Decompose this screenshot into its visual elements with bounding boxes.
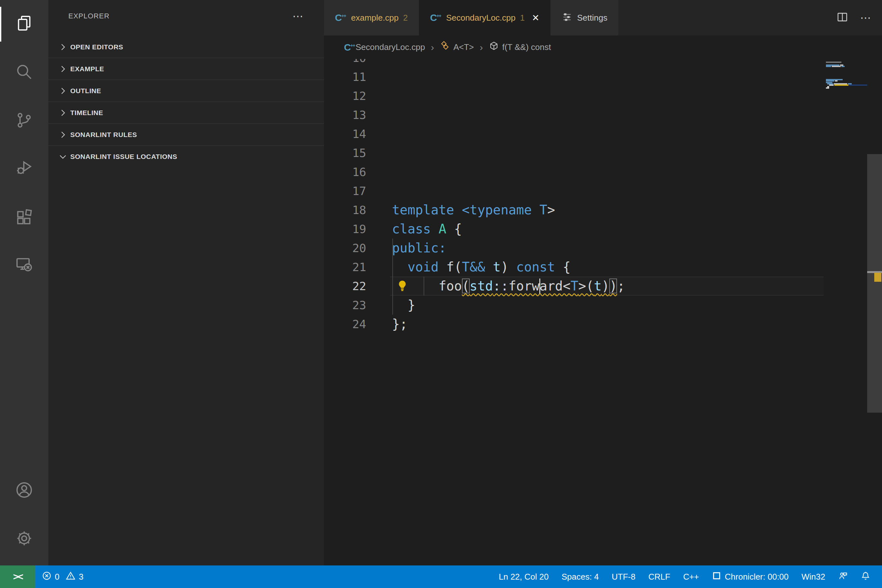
activity-item-source-control[interactable] — [0, 102, 48, 140]
line-number-24[interactable]: 24 — [324, 315, 366, 334]
status-item-cursor-position[interactable]: Ln 22, Col 20 — [492, 566, 555, 588]
lightbulb-icon[interactable] — [396, 279, 409, 293]
chevron-down-icon — [58, 152, 68, 162]
line-number-23[interactable]: 23 — [324, 296, 366, 315]
status-bar: ><03 Ln 22, Col 20Spaces: 4UTF-8CRLFC++C… — [0, 566, 882, 588]
code-line-10[interactable]: 10 — [324, 59, 882, 68]
problems-button[interactable]: 03 — [36, 566, 90, 588]
minimap-line — [826, 87, 829, 88]
remote-window-button[interactable]: >< — [0, 566, 36, 588]
status-item-language-mode[interactable]: C++ — [676, 566, 705, 588]
status-item-chronicler[interactable]: Chronicler: 00:00 — [705, 566, 795, 588]
line-text: }; — [392, 315, 408, 334]
status-label: Chronicler: 00:00 — [724, 572, 789, 582]
status-item-notifications[interactable] — [854, 566, 877, 588]
sidebar-more-actions[interactable]: ⋯ — [292, 10, 304, 22]
code-line-21[interactable]: 21 void f(T&& t) const { — [324, 258, 882, 277]
vertical-scrollbar[interactable] — [867, 59, 882, 566]
explorer-sidebar: EXPLORER ⋯ OPEN EDITORSEXAMPLEOUTLINETIM… — [48, 0, 324, 566]
breadcrumb-item-secondaryloc-cpp[interactable]: C++SecondaryLoc.cpp — [344, 42, 425, 53]
line-text: void f(T&& t) const { — [392, 258, 571, 277]
bell-icon — [861, 571, 870, 583]
status-label: Spaces: 4 — [562, 572, 599, 582]
close-icon[interactable]: ✕ — [532, 13, 539, 23]
line-number-10[interactable]: 10 — [324, 59, 366, 68]
text-cursor — [539, 279, 540, 294]
line-number-14[interactable]: 14 — [324, 124, 366, 144]
status-label: CRLF — [648, 572, 670, 582]
activity-item-remote-explorer[interactable] — [0, 246, 48, 284]
code-line-12[interactable]: 12 — [324, 86, 882, 105]
extensions-icon — [15, 208, 33, 228]
gear-icon — [15, 530, 33, 549]
activity-item-explorer[interactable] — [0, 5, 48, 44]
activity-item-search[interactable] — [0, 53, 48, 92]
tab-settings[interactable]: Settings — [550, 0, 619, 36]
cpp-icon: C++ — [344, 42, 356, 53]
status-item-eol[interactable]: CRLF — [642, 566, 676, 588]
code-line-13[interactable]: 13 — [324, 105, 882, 124]
minimap-line — [829, 84, 834, 86]
status-item-indentation[interactable]: Spaces: 4 — [555, 566, 605, 588]
code-line-16[interactable]: 16 — [324, 162, 882, 182]
code-line-18[interactable]: 18template <typename T> — [324, 201, 882, 219]
line-number-17[interactable]: 17 — [324, 182, 366, 201]
status-label: Win32 — [801, 572, 825, 582]
code-line-14[interactable]: 14 — [324, 124, 882, 144]
status-item-feedback[interactable] — [832, 566, 854, 588]
code-line-17[interactable]: 17 — [324, 182, 882, 201]
scrollbar-thumb[interactable] — [867, 154, 882, 412]
line-number-12[interactable]: 12 — [324, 86, 366, 105]
line-text: public: — [392, 238, 447, 258]
minimap-line — [826, 66, 831, 67]
code-editor[interactable]: 101112131415161718template <typename T>1… — [324, 59, 882, 566]
code-line-19[interactable]: 19class A { — [324, 219, 882, 238]
code-line-15[interactable]: 15 — [324, 144, 882, 162]
minimap-line — [835, 80, 837, 81]
status-left: ><03 — [0, 566, 90, 588]
sidebar-section-example[interactable]: EXAMPLE — [48, 58, 324, 80]
tab-label: Settings — [577, 13, 608, 23]
sidebar-section-open-editors[interactable]: OPEN EDITORS — [48, 36, 324, 58]
breadcrumb-item-a-t[interactable]: A<T> — [440, 41, 474, 54]
sidebar-section-outline[interactable]: OUTLINE — [48, 80, 324, 102]
sidebar-section-sonarlint-issue-locations[interactable]: SONARLINT ISSUE LOCATIONS — [48, 146, 324, 168]
minimap-line — [834, 84, 849, 86]
sidebar-section-timeline[interactable]: TIMELINE — [48, 102, 324, 124]
line-text: template <typename T> — [392, 201, 555, 219]
cpp-file-icon: C++ — [344, 42, 356, 53]
line-number-19[interactable]: 19 — [324, 219, 366, 238]
line-number-13[interactable]: 13 — [324, 105, 366, 124]
status-item-platform[interactable]: Win32 — [795, 566, 832, 588]
breadcrumb: C++SecondaryLoc.cpp›A<T>›f(T &&) const — [324, 36, 882, 59]
line-number-18[interactable]: 18 — [324, 201, 366, 219]
line-number-22[interactable]: 22 — [324, 277, 366, 296]
overview-warning-marker — [874, 273, 881, 282]
breadcrumb-separator: › — [480, 42, 483, 53]
line-number-11[interactable]: 11 — [324, 68, 366, 86]
line-number-15[interactable]: 15 — [324, 144, 366, 162]
line-number-21[interactable]: 21 — [324, 258, 366, 277]
chevron-right-icon — [58, 108, 68, 118]
code-line-11[interactable]: 11 — [324, 68, 882, 86]
code-line-20[interactable]: 20public: — [324, 238, 882, 258]
breadcrumb-label: SecondaryLoc.cpp — [356, 42, 425, 52]
more-actions-icon[interactable]: ⋯ — [860, 11, 872, 24]
activity-item-settings[interactable] — [0, 520, 48, 558]
activity-item-run-debug[interactable] — [0, 149, 48, 188]
split-editor-icon[interactable] — [836, 11, 849, 24]
breadcrumb-item-f-t-const[interactable]: f(T &&) const — [489, 41, 551, 54]
code-line-24[interactable]: 24}; — [324, 315, 882, 334]
tab-secondaryloc-cpp[interactable]: C++SecondaryLoc.cpp1✕ — [419, 0, 550, 36]
tab-example-cpp[interactable]: C++example.cpp2 — [324, 0, 419, 36]
line-number-16[interactable]: 16 — [324, 162, 366, 182]
minimap[interactable] — [822, 59, 867, 566]
code-line-23[interactable]: 23 } — [324, 296, 882, 315]
activity-item-extensions[interactable] — [0, 199, 48, 237]
status-item-encoding[interactable]: UTF-8 — [605, 566, 642, 588]
git-branch-icon — [15, 111, 33, 130]
activity-item-account[interactable] — [0, 471, 48, 510]
line-number-20[interactable]: 20 — [324, 238, 366, 258]
sidebar-header: EXPLORER ⋯ — [48, 0, 324, 32]
sidebar-section-sonarlint-rules[interactable]: SONARLINT RULES — [48, 124, 324, 146]
